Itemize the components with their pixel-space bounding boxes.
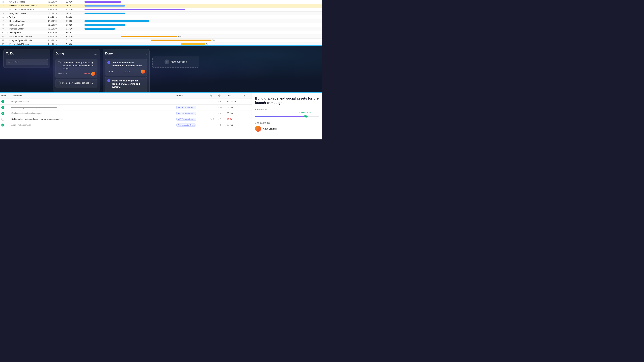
- gantt-row: 11Develop System Modules4/16/20194/28/20…: [0, 35, 322, 38]
- col-comments: 💬: [218, 94, 227, 97]
- task-list-header: Done Task Name Project 📎 💬 Due ⚙: [0, 93, 252, 99]
- gantt-row: 7Design Database3/16/20196/20/20: [0, 19, 322, 23]
- col-filter[interactable]: ⚙: [244, 94, 250, 97]
- task-done-check[interactable]: ✓: [1, 106, 4, 109]
- kanban-card[interactable]: ✓create two campaigns for acquisition, h…: [105, 77, 147, 92]
- card-comment-count: 3: [66, 72, 67, 75]
- task-list-row[interactable]: ✓Finalize pre-launch landing pagesMKTG -…: [0, 110, 252, 116]
- progress-label: Progress: [255, 108, 319, 111]
- kanban-col-title-doing: Doing: [56, 52, 64, 55]
- progress-dot: Almost Done: [304, 115, 307, 118]
- kanban-card[interactable]: ✓Add placements from remarketing to cust…: [105, 59, 147, 76]
- gantt-row: 13Perform Initial Testing5/12/20195/16/2…: [0, 42, 322, 45]
- col-attach: 📎: [210, 94, 218, 97]
- project-badge: Programmatic-Cho...: [176, 123, 196, 126]
- gantt-row: 9Interface Design6/21/20199/14/20: [0, 27, 322, 31]
- assigned-row: Katy Cranfill: [255, 126, 319, 132]
- assigned-avatar: [255, 126, 261, 132]
- kanban-section: To DoAdd a TaskDoing···Create new banner…: [0, 45, 322, 92]
- new-column-label: New Column: [171, 60, 187, 63]
- task-done-check[interactable]: ✓: [1, 112, 4, 115]
- gantt-section: 2On-Site Meetings6/21/201910/8/203Discus…: [0, 0, 322, 45]
- task-comment-count: ○ 3: [218, 100, 227, 103]
- task-comment-count: ○ 1: [218, 124, 227, 126]
- kanban-col-done: Done···✓Add placements from remarketing …: [103, 49, 150, 92]
- gantt-row: 6⊟Design3/16/20199/30/20: [0, 15, 322, 19]
- task-comment-count: ○ 11: [218, 106, 227, 108]
- gantt-row: 3Discussions with Stakeholders7/10/20191…: [0, 4, 322, 8]
- kanban-col-title-done: Done: [105, 52, 113, 55]
- detail-panel: Build graphics and social assets for pre…: [252, 93, 322, 139]
- gantt-row: 4Document Current Systems3/10/20196/28/2…: [0, 8, 322, 11]
- card-progress: 100%: [107, 70, 113, 73]
- card-avatar: [141, 69, 145, 73]
- task-list-row[interactable]: ✓Google Slides Deck○ 324 Dec 18: [0, 99, 252, 105]
- task-name: Build graphics and social assets for pre…: [12, 118, 176, 120]
- kanban-card[interactable]: Create new facebook image for...: [56, 79, 98, 88]
- plus-icon: +: [164, 59, 169, 64]
- task-done-check[interactable]: ✓: [1, 123, 4, 126]
- project-badge: MKTG - Astro Prep...: [176, 118, 196, 121]
- kanban-card-title: Create new banner (remarketing size) ads…: [62, 61, 95, 70]
- gantt-row: 12Integrate System Module4/29/20195/11/2…: [0, 38, 322, 42]
- col-project: Project: [176, 94, 210, 97]
- task-due: 03 Jan: [227, 106, 244, 109]
- kanban-card[interactable]: Create new banner (remarketing size) ads…: [56, 59, 98, 78]
- task-name: Google Slides Deck: [12, 100, 176, 103]
- gantt-row: 8Software Design6/21/20199/30/20: [0, 23, 322, 27]
- task-comment-count: ○ 2: [218, 112, 227, 114]
- task-name: Finalize pre-launch landing pages: [12, 112, 176, 114]
- task-due: 16 Jan: [227, 118, 244, 120]
- task-name: Astro Pre Launch Ads: [12, 124, 176, 126]
- list-section: Done Task Name Project 📎 💬 Due ⚙ ✓Google…: [0, 92, 322, 139]
- task-due: 15 Jan: [227, 124, 244, 126]
- gantt-table: 2On-Site Meetings6/21/201910/8/203Discus…: [0, 0, 322, 45]
- kanban-card-title: Add placements from remarketing to custo…: [112, 61, 145, 67]
- task-list: Done Task Name Project 📎 💬 Due ⚙ ✓Google…: [0, 93, 252, 139]
- task-due: 08 Jan: [227, 112, 244, 114]
- task-attachments: 📎 6: [210, 118, 218, 120]
- kanban-col-menu-doing[interactable]: ···: [94, 53, 98, 56]
- col-done: Done: [1, 94, 12, 97]
- kanban-card-title: create two campaigns for acquisition, hv…: [112, 79, 145, 88]
- card-due: 22 Feb: [84, 72, 90, 75]
- detail-title: Build graphics and social assets for pre…: [255, 96, 319, 105]
- kanban-col-todo: To DoAdd a Task: [3, 49, 50, 68]
- add-task-input[interactable]: Add a Task: [6, 59, 48, 65]
- new-column-button[interactable]: +New Column: [152, 56, 199, 68]
- task-list-row[interactable]: ✓Astro Pre Launch AdsProgrammatic-Cho...…: [0, 122, 252, 128]
- card-due: 11 Feb: [124, 70, 130, 73]
- progress-status-label: Almost Done: [299, 112, 310, 114]
- task-list-row[interactable]: ✓Finalize Design of Home Page + all Feat…: [0, 105, 252, 110]
- kanban-col-title-todo: To Do: [6, 52, 14, 55]
- kanban-col-doing: Doing···Create new banner (remarketing s…: [53, 49, 100, 92]
- task-name: Finalize Design of Home Page + all Featu…: [12, 106, 176, 109]
- card-avatar: [91, 72, 95, 76]
- task-list-row[interactable]: Build graphics and social assets for pre…: [0, 116, 252, 122]
- card-comment-icon: ○: [63, 72, 64, 75]
- task-due: 24 Dec 18: [227, 100, 244, 103]
- task-undone-check[interactable]: [1, 118, 4, 121]
- kanban-col-menu-done[interactable]: ···: [144, 53, 147, 56]
- kanban-card-title: Create new facebook image for...: [62, 81, 94, 84]
- card-progress: 75%: [58, 72, 62, 75]
- project-badge: MKTG - Astro Prep...: [176, 106, 196, 109]
- project-badge: MKTG - Astro Prep...: [176, 112, 196, 115]
- progress-fill: [255, 116, 306, 117]
- assigned-name: Katy Cranfill: [263, 127, 276, 130]
- progress-bar-container: Almost Done: [255, 116, 319, 117]
- task-done-check[interactable]: ✓: [1, 100, 4, 103]
- task-comment-count: ○ 5: [218, 118, 227, 120]
- gantt-row: 2On-Site Meetings6/21/201910/8/20: [0, 0, 322, 4]
- gantt-row: 10⊟Development4/16/20196/5/201: [0, 31, 322, 35]
- col-task-name: Task Name: [12, 94, 176, 97]
- gantt-row: 5Analysis Complete10/1/201912/14/2: [0, 11, 322, 15]
- assigned-label: Assigned To: [255, 122, 319, 124]
- col-due: Due: [227, 94, 244, 97]
